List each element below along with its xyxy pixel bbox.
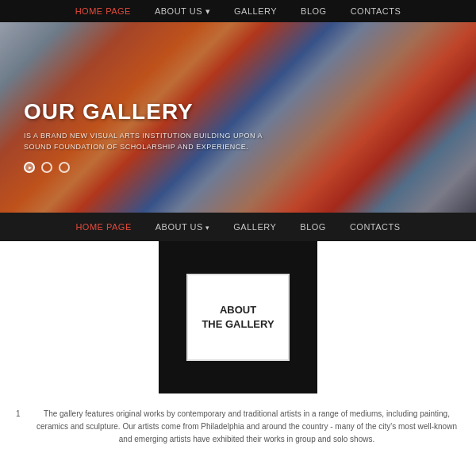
second-nav-gallery[interactable]: GALLERY: [233, 222, 276, 232]
top-nav-homepage[interactable]: HOME PAGE: [75, 6, 131, 16]
hero-title: OUR GALLERY: [24, 99, 278, 125]
second-nav-blog[interactable]: BLOG: [300, 222, 326, 232]
top-nav-blog[interactable]: BLOG: [301, 6, 327, 16]
dot-3[interactable]: [59, 162, 70, 173]
hero-section: OUR GALLERY IS A BRAND NEW VISUAL ARTS I…: [0, 22, 476, 213]
second-nav-homepage[interactable]: HOME PAGE: [75, 222, 131, 232]
top-navigation: HOME PAGE ABOUT US ▾ GALLERY BLOG CONTAC…: [0, 0, 476, 22]
dot-1[interactable]: [24, 162, 35, 173]
top-nav-contacts[interactable]: CONTACTS: [351, 6, 401, 16]
second-nav-aboutus[interactable]: ABOUT US: [155, 222, 210, 232]
center-panel: ABOUTTHE GALLERY: [159, 241, 317, 393]
top-nav-aboutus[interactable]: ABOUT US ▾: [155, 6, 210, 17]
gallery-card[interactable]: ABOUTTHE GALLERY: [186, 274, 290, 361]
bottom-section: 1 The gallery features original works by…: [0, 393, 476, 454]
bottom-description: The gallery features original works by c…: [33, 408, 460, 446]
bottom-number: 1: [16, 409, 24, 446]
dot-2[interactable]: [41, 162, 52, 173]
hero-subtitle: IS A BRAND NEW VISUAL ARTS INSTITUTION B…: [24, 131, 278, 152]
second-navigation: HOME PAGE ABOUT US GALLERY BLOG CONTACTS: [0, 213, 476, 241]
hero-dots: [24, 162, 278, 173]
main-area: ABOUTTHE GALLERY: [0, 241, 476, 393]
gallery-card-text: ABOUTTHE GALLERY: [202, 303, 274, 332]
right-panel: [317, 241, 476, 393]
second-nav-contacts[interactable]: CONTACTS: [350, 222, 401, 232]
hero-content: OUR GALLERY IS A BRAND NEW VISUAL ARTS I…: [24, 99, 278, 173]
top-nav-gallery[interactable]: GALLERY: [234, 6, 277, 16]
left-panel: [0, 241, 159, 393]
